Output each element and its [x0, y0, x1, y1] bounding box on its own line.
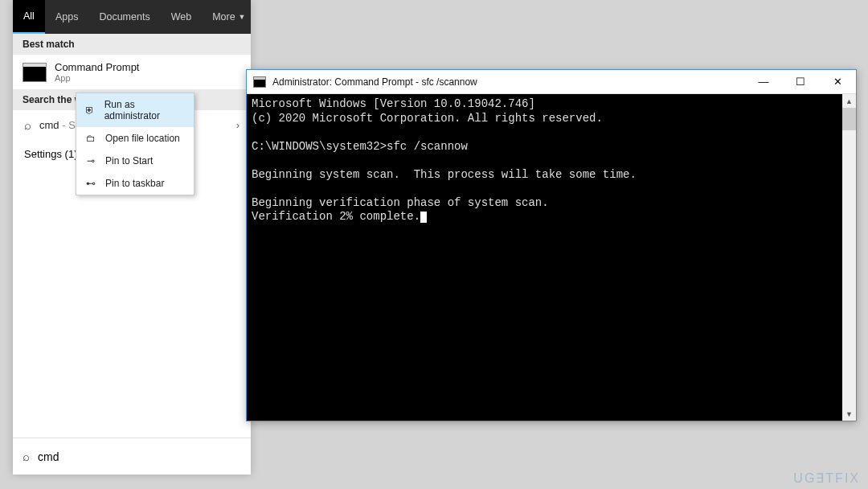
- context-menu: ⛨ Run as administrator 🗀 Open file locat…: [76, 92, 194, 195]
- search-icon: ⌕: [23, 450, 30, 463]
- term-line: Beginning system scan. This process will…: [252, 168, 637, 181]
- tab-more[interactable]: More ▼: [202, 0, 256, 34]
- search-input[interactable]: [38, 450, 241, 463]
- term-line: C:\WINDOWS\system32>sfc /scannow: [252, 140, 468, 153]
- cursor: [420, 212, 427, 223]
- tab-more-label: More: [212, 11, 235, 23]
- web-query: cmd: [39, 119, 59, 131]
- command-prompt-window: Administrator: Command Prompt - sfc /sca…: [246, 69, 857, 421]
- search-box[interactable]: ⌕: [13, 438, 251, 475]
- chevron-right-icon: ›: [236, 119, 240, 131]
- tab-apps[interactable]: Apps: [45, 0, 89, 34]
- ctx-pin-to-taskbar[interactable]: ⊷ Pin to taskbar: [76, 172, 194, 195]
- term-line: Microsoft Windows [Version 10.0.19042.74…: [252, 97, 535, 110]
- term-line: Verification 2% complete.: [252, 210, 420, 223]
- terminal-output[interactable]: Microsoft Windows [Version 10.0.19042.74…: [247, 94, 856, 421]
- titlebar[interactable]: Administrator: Command Prompt - sfc /sca…: [247, 70, 856, 94]
- scroll-down-arrow[interactable]: ▼: [842, 407, 856, 421]
- minimize-button[interactable]: —: [745, 70, 782, 94]
- search-icon: ⌕: [24, 118, 31, 132]
- folder-icon: 🗀: [84, 133, 97, 144]
- term-line: Beginning verification phase of system s…: [252, 196, 549, 209]
- scroll-up-arrow[interactable]: ▲: [842, 94, 856, 108]
- term-line: (c) 2020 Microsoft Corporation. All righ…: [252, 112, 603, 125]
- ctx-open-file-location[interactable]: 🗀 Open file location: [76, 127, 194, 150]
- result-title: Command Prompt: [55, 61, 139, 73]
- window-title: Administrator: Command Prompt - sfc /sca…: [272, 76, 745, 88]
- chevron-down-icon: ▼: [239, 13, 246, 21]
- tab-web[interactable]: Web: [161, 0, 202, 34]
- scrollbar[interactable]: [842, 94, 856, 421]
- watermark: UG∃TFIX: [793, 471, 860, 486]
- result-command-prompt[interactable]: Command Prompt App: [13, 55, 251, 89]
- ctx-label: Pin to taskbar: [105, 178, 164, 189]
- close-button[interactable]: ✕: [819, 70, 856, 94]
- ctx-label: Pin to Start: [105, 155, 153, 166]
- admin-shield-icon: ⛨: [84, 105, 96, 116]
- search-tabs: All Apps Documents Web More ▼: [13, 0, 251, 34]
- tab-documents[interactable]: Documents: [88, 0, 160, 34]
- result-subtitle: App: [55, 73, 139, 83]
- cmd-title-icon: [253, 76, 266, 88]
- maximize-button[interactable]: ☐: [782, 70, 819, 94]
- ctx-label: Run as administrator: [104, 99, 186, 121]
- ctx-label: Open file location: [105, 133, 180, 144]
- pin-start-icon: ⊸: [84, 155, 97, 166]
- best-match-header: Best match: [13, 34, 251, 55]
- pin-taskbar-icon: ⊷: [84, 178, 97, 189]
- command-prompt-icon: [23, 63, 47, 82]
- ctx-run-as-admin[interactable]: ⛨ Run as administrator: [76, 93, 194, 127]
- start-search-panel: All Apps Documents Web More ▼ Best match…: [13, 0, 251, 475]
- ctx-pin-to-start[interactable]: ⊸ Pin to Start: [76, 150, 194, 172]
- tab-all[interactable]: All: [13, 0, 45, 34]
- scroll-thumb[interactable]: [842, 108, 856, 130]
